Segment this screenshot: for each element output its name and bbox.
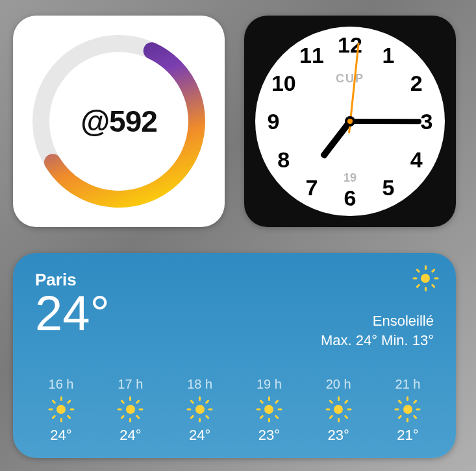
weather-hour-temp: 23°: [258, 427, 280, 444]
weather-hi-lo: Max. 24° Min. 13°: [321, 332, 434, 349]
clock-numeral: 4: [410, 147, 423, 173]
weather-hour-col: 17 h24°: [105, 377, 157, 444]
swatch-time-widget[interactable]: @592: [13, 16, 225, 227]
weather-hour-label: 18 h: [187, 377, 212, 392]
clock-minute-hand: [350, 119, 421, 124]
clock-numeral: 1: [382, 42, 395, 67]
clock-numeral: 3: [421, 109, 433, 134]
clock-date-label: 19: [344, 171, 357, 185]
clock-numeral: 9: [268, 109, 280, 134]
clock-numeral: 6: [344, 186, 357, 211]
clock-numeral: 11: [299, 42, 324, 67]
clock-numeral: 10: [271, 71, 296, 96]
weather-hour-label: 20 h: [326, 377, 351, 392]
clock-numeral: 8: [277, 147, 290, 173]
sun-icon: [122, 401, 139, 418]
weather-widget[interactable]: Paris 24° Ensoleillé Max. 24° Min. 13° 1…: [13, 253, 456, 458]
clock-numeral: 7: [306, 175, 318, 200]
weather-current-temp: 24°: [35, 289, 110, 338]
weather-hourly-row: 16 h24°17 h24°18 h24°19 h23°20 h23°21 h2…: [35, 377, 434, 444]
weather-hour-label: 16 h: [49, 377, 74, 392]
weather-condition: Ensoleillé: [373, 313, 434, 330]
world-clock-widget[interactable]: CUP 19 121234567891011: [244, 16, 456, 227]
weather-hour-col: 16 h24°: [35, 377, 87, 444]
weather-hour-col: 19 h23°: [243, 377, 295, 444]
weather-hour-temp: 21°: [397, 427, 418, 444]
weather-hour-temp: 23°: [328, 427, 349, 444]
weather-hour-col: 20 h23°: [312, 377, 364, 444]
sun-icon: [53, 401, 69, 418]
swatch-time-label: @592: [81, 104, 157, 139]
weather-now-icon: [417, 270, 434, 291]
sun-icon: [192, 401, 208, 418]
clock-city-label: CUP: [336, 72, 364, 86]
weather-hour-label: 17 h: [118, 377, 143, 392]
clock-numeral: 5: [382, 175, 395, 200]
weather-hour-col: 21 h21°: [382, 377, 434, 444]
sun-icon: [260, 401, 277, 418]
sun-icon: [330, 401, 347, 418]
clock-numeral: 2: [410, 71, 423, 96]
sun-icon: [417, 270, 434, 287]
clock-center-cap: [345, 116, 355, 127]
weather-hour-temp: 24°: [189, 427, 210, 444]
clock-face: CUP 19 121234567891011: [255, 27, 445, 216]
weather-hour-col: 18 h24°: [174, 377, 226, 444]
weather-hour-label: 19 h: [257, 377, 282, 392]
sun-icon: [399, 401, 416, 418]
weather-hour-temp: 24°: [119, 427, 141, 444]
weather-hour-label: 21 h: [395, 377, 421, 392]
weather-hour-temp: 24°: [50, 427, 71, 444]
